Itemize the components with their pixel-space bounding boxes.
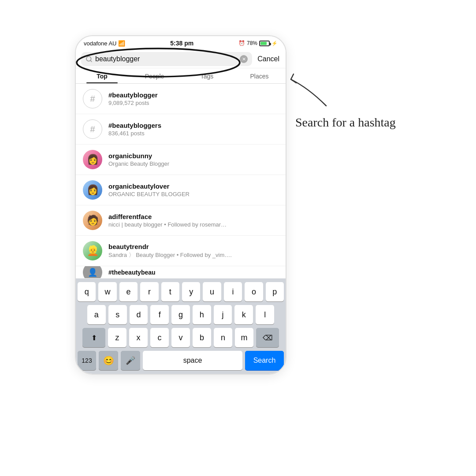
result-user-4[interactable]: 👱 beautytrendr Sandra 〉 Beauty Blogger •… xyxy=(76,236,286,266)
charging-icon: ⚡ xyxy=(271,41,278,46)
key-j[interactable]: j xyxy=(214,305,232,324)
key-v[interactable]: v xyxy=(171,328,190,347)
clear-search-button[interactable]: ✕ xyxy=(240,55,248,63)
result-username-5: #thebeautybeau xyxy=(108,269,279,276)
key-q[interactable]: q xyxy=(78,282,96,301)
result-user-3[interactable]: 🧑 adifferentface nicci | beauty blogger … xyxy=(76,205,286,236)
result-text-2: #beautybloggers 836,461 posts xyxy=(108,122,279,137)
key-m[interactable]: m xyxy=(235,328,253,347)
keyboard-row-3: ⬆ z x c v b n m ⌫ xyxy=(78,328,284,347)
key-s[interactable]: s xyxy=(108,305,127,324)
result-name-2: #beautybloggers xyxy=(108,122,279,129)
search-bar-area: beautyblogger ✕ Cancel xyxy=(76,48,286,68)
result-user-1[interactable]: 👩 organicbunny Organic Beauty Blogger xyxy=(76,145,286,175)
key-z[interactable]: z xyxy=(108,328,126,347)
alarm-icon: ⏰ xyxy=(238,40,245,46)
battery-icon xyxy=(259,41,270,46)
hashtag-icon-2: # xyxy=(83,119,102,139)
annotation-text: Search for a hashtag xyxy=(295,115,396,130)
key-a[interactable]: a xyxy=(87,305,106,324)
wifi-icon: 📶 xyxy=(118,40,125,47)
key-f[interactable]: f xyxy=(150,305,169,324)
key-shift[interactable]: ⬆ xyxy=(82,328,105,347)
key-space[interactable]: space xyxy=(143,351,242,370)
key-l[interactable]: l xyxy=(256,305,274,324)
search-query: beautyblogger xyxy=(95,55,237,63)
result-text-5: adifferentface nicci | beauty blogger • … xyxy=(108,213,279,228)
key-r[interactable]: r xyxy=(140,282,158,301)
results-list: # #beautyblogger 9,089,572 posts # #beau… xyxy=(76,84,286,279)
key-g[interactable]: g xyxy=(171,305,190,324)
result-sub-2: 836,461 posts xyxy=(108,130,279,137)
key-e[interactable]: e xyxy=(119,282,138,301)
tabs-row: Top People Tags Places xyxy=(76,68,286,84)
result-text-6: beautytrendr Sandra 〉 Beauty Blogger • F… xyxy=(108,243,279,259)
result-username-4: beautytrendr xyxy=(108,243,279,250)
key-p[interactable]: p xyxy=(266,282,284,301)
avatar-2: 👩 xyxy=(83,180,102,200)
key-numeric[interactable]: 123 xyxy=(78,351,96,370)
key-y[interactable]: y xyxy=(182,282,200,301)
key-u[interactable]: u xyxy=(203,282,221,301)
key-w[interactable]: w xyxy=(98,282,116,301)
key-o[interactable]: o xyxy=(245,282,263,301)
keyboard-row-1: q w e r t y u i o p xyxy=(78,282,284,301)
result-bio-1: Organic Beauty Blogger xyxy=(108,160,279,167)
key-i[interactable]: i xyxy=(224,282,242,301)
result-bio-2: ORGANIC BEAUTY BLOGGER xyxy=(108,191,279,197)
key-x[interactable]: x xyxy=(129,328,148,347)
tab-people[interactable]: People xyxy=(128,68,181,83)
key-c[interactable]: c xyxy=(150,328,169,347)
key-search[interactable]: Search xyxy=(245,351,284,370)
hashtag-icon-1: # xyxy=(83,89,102,108)
result-sub-1: 9,089,572 posts xyxy=(108,100,279,106)
result-text-3: organicbunny Organic Beauty Blogger xyxy=(108,152,279,167)
key-emoji[interactable]: 😊 xyxy=(99,351,118,370)
key-backspace[interactable]: ⌫ xyxy=(256,328,279,347)
search-icon xyxy=(86,56,93,63)
battery-percentage: 78% xyxy=(247,40,257,46)
key-k[interactable]: k xyxy=(234,305,253,324)
key-b[interactable]: b xyxy=(193,328,211,347)
status-right: ⏰ 78% ⚡ xyxy=(238,40,278,46)
arrow-icon xyxy=(282,71,335,115)
key-t[interactable]: t xyxy=(161,282,179,301)
avatar-5: 👤 xyxy=(83,266,102,279)
key-h[interactable]: h xyxy=(193,305,211,324)
result-text-1: #beautyblogger 9,089,572 posts xyxy=(108,91,279,106)
status-bar: vodafone AU 📶 5:38 pm ⏰ 78% ⚡ xyxy=(76,36,286,48)
result-username-1: organicbunny xyxy=(108,152,279,160)
result-bio-4: Sandra 〉 Beauty Blogger • Followed by _v… xyxy=(108,251,279,259)
keyboard-row-2: a s d f g h j k l xyxy=(78,305,284,324)
key-n[interactable]: n xyxy=(214,328,232,347)
key-d[interactable]: d xyxy=(130,305,148,324)
tab-top[interactable]: Top xyxy=(76,68,128,83)
search-bar-section: beautyblogger ✕ Cancel xyxy=(76,48,286,68)
tab-places[interactable]: Places xyxy=(233,68,286,83)
result-username-2: organicbeautylover xyxy=(108,182,279,190)
keyboard: q w e r t y u i o p a s d f g h j k xyxy=(76,279,286,374)
time-display: 5:38 pm xyxy=(170,40,193,47)
result-hashtag-2[interactable]: # #beautybloggers 836,461 posts xyxy=(76,114,286,145)
carrier-label: vodafone AU xyxy=(84,40,116,47)
keyboard-bottom-row: 123 😊 🎤 space Search xyxy=(78,351,284,370)
result-text-7: #thebeautybeau xyxy=(108,269,279,276)
avatar-3: 🧑 xyxy=(83,211,102,230)
result-user-2[interactable]: 👩 organicbeautylover ORGANIC BEAUTY BLOG… xyxy=(76,175,286,205)
search-input-wrap[interactable]: beautyblogger ✕ xyxy=(81,52,252,66)
result-user-5-partial[interactable]: 👤 #thebeautybeau xyxy=(76,266,286,279)
key-mic[interactable]: 🎤 xyxy=(121,351,140,370)
result-text-4: organicbeautylover ORGANIC BEAUTY BLOGGE… xyxy=(108,182,279,197)
avatar-4: 👱 xyxy=(83,241,102,260)
avatar-1: 👩 xyxy=(83,150,102,169)
result-name-1: #beautyblogger xyxy=(108,91,279,99)
status-left: vodafone AU 📶 xyxy=(84,40,125,47)
result-bio-3: nicci | beauty blogger • Followed by ros… xyxy=(108,221,279,228)
annotation-area: Search for a hashtag xyxy=(286,35,401,130)
svg-line-1 xyxy=(90,60,92,62)
result-hashtag-1[interactable]: # #beautyblogger 9,089,572 posts xyxy=(76,84,286,114)
tab-tags[interactable]: Tags xyxy=(181,68,233,83)
result-username-3: adifferentface xyxy=(108,213,279,220)
cancel-button[interactable]: Cancel xyxy=(257,53,280,65)
phone-frame: vodafone AU 📶 5:38 pm ⏰ 78% ⚡ xyxy=(75,35,286,375)
